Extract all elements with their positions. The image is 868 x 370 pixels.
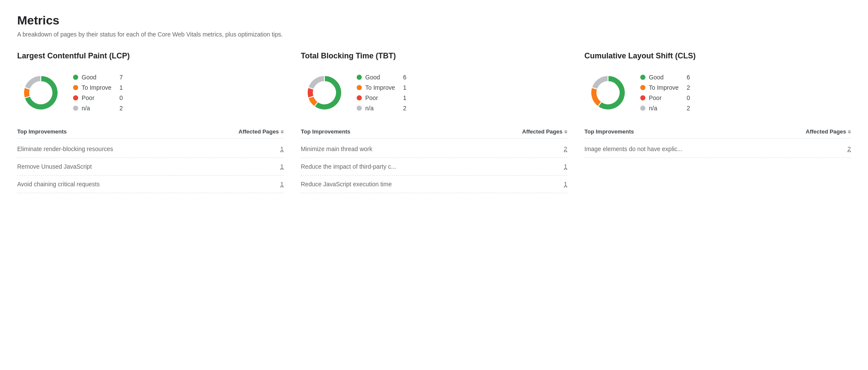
- svg-point-5: [597, 82, 619, 104]
- table-header-left-tbt: Top Improvements: [301, 128, 350, 135]
- table-header-lcp: Top ImprovementsAffected Pages≡: [17, 128, 284, 139]
- row-count-tbt-2: 1: [564, 181, 567, 188]
- legend-item-cls-1: To Improve2: [640, 84, 690, 91]
- improvements-table-cls: Top ImprovementsAffected Pages≡Image ele…: [584, 128, 851, 158]
- metric-section-tbt: Total Blocking Time (TBT) Good6To Improv…: [301, 52, 567, 193]
- legend-label-tbt-3: n/a: [365, 105, 400, 112]
- legend-dot-lcp-1: [73, 85, 78, 90]
- metrics-grid: Largest Contentful Paint (LCP) Good7To I…: [17, 52, 851, 193]
- legend-dot-tbt-2: [357, 95, 362, 100]
- table-header-cls: Top ImprovementsAffected Pages≡: [584, 128, 851, 139]
- legend-item-tbt-0: Good6: [357, 74, 406, 81]
- legend-count-tbt-0: 6: [403, 74, 406, 81]
- legend-dot-cls-0: [640, 75, 645, 80]
- legend-lcp: Good7To Improve1Poor0n/a2: [73, 74, 123, 112]
- metric-title-tbt: Total Blocking Time (TBT): [301, 52, 567, 61]
- legend-label-cls-0: Good: [649, 74, 683, 81]
- metric-title-cls: Cumulative Layout Shift (CLS): [584, 52, 851, 61]
- table-header-right-label-cls: Affected Pages: [806, 128, 846, 135]
- table-row-cls-0[interactable]: Image elements do not have explic...2: [584, 140, 851, 158]
- table-header-right-tbt[interactable]: Affected Pages≡: [522, 128, 567, 135]
- legend-count-cls-0: 6: [687, 74, 690, 81]
- legend-item-tbt-2: Poor1: [357, 94, 406, 101]
- table-row-lcp-0[interactable]: Eliminate render-blocking resources1: [17, 140, 284, 158]
- legend-label-lcp-1: To Improve: [82, 84, 116, 91]
- legend-label-lcp-2: Poor: [82, 94, 116, 101]
- donut-chart-cls: [584, 69, 632, 116]
- legend-dot-lcp-0: [73, 75, 78, 80]
- chart-legend-row-tbt: Good6To Improve1Poor1n/a2: [301, 69, 567, 116]
- legend-count-lcp-3: 2: [119, 105, 123, 112]
- improvements-table-lcp: Top ImprovementsAffected Pages≡Eliminate…: [17, 128, 284, 193]
- legend-label-tbt-1: To Improve: [365, 84, 400, 91]
- row-label-lcp-2: Avoid chaining critical requests: [17, 181, 275, 188]
- row-label-tbt-2: Reduce JavaScript execution time: [301, 181, 559, 188]
- filter-icon-cls[interactable]: ≡: [848, 129, 851, 135]
- row-count-cls-0: 2: [847, 146, 851, 152]
- legend-dot-cls-2: [640, 95, 645, 100]
- table-row-lcp-1[interactable]: Remove Unused JavaScript1: [17, 158, 284, 176]
- legend-item-cls-2: Poor0: [640, 94, 690, 101]
- table-header-left-lcp: Top Improvements: [17, 128, 67, 135]
- row-label-tbt-1: Reduce the impact of third-party c...: [301, 163, 559, 170]
- chart-legend-row-lcp: Good7To Improve1Poor0n/a2: [17, 69, 284, 116]
- legend-item-lcp-3: n/a2: [73, 105, 123, 112]
- legend-cls: Good6To Improve2Poor0n/a2: [640, 74, 690, 112]
- legend-item-cls-0: Good6: [640, 74, 690, 81]
- legend-item-tbt-1: To Improve1: [357, 84, 406, 91]
- row-label-lcp-0: Eliminate render-blocking resources: [17, 146, 275, 152]
- donut-chart-tbt: [301, 69, 348, 116]
- legend-item-tbt-3: n/a2: [357, 105, 406, 112]
- row-count-tbt-1: 1: [564, 163, 567, 170]
- legend-count-tbt-2: 1: [403, 94, 406, 101]
- legend-count-tbt-3: 2: [403, 105, 406, 112]
- table-header-right-cls[interactable]: Affected Pages≡: [806, 128, 851, 135]
- legend-count-tbt-1: 1: [403, 84, 406, 91]
- legend-item-lcp-1: To Improve1: [73, 84, 123, 91]
- legend-label-cls-1: To Improve: [649, 84, 683, 91]
- legend-count-cls-3: 2: [687, 105, 690, 112]
- legend-dot-tbt-1: [357, 85, 362, 90]
- table-row-lcp-2[interactable]: Avoid chaining critical requests1: [17, 176, 284, 193]
- legend-count-lcp-1: 1: [119, 84, 123, 91]
- legend-label-lcp-0: Good: [82, 74, 116, 81]
- row-label-cls-0: Image elements do not have explic...: [584, 146, 842, 152]
- table-header-tbt: Top ImprovementsAffected Pages≡: [301, 128, 567, 139]
- filter-icon-lcp[interactable]: ≡: [281, 129, 284, 135]
- improvements-table-tbt: Top ImprovementsAffected Pages≡Minimize …: [301, 128, 567, 193]
- legend-count-lcp-2: 0: [119, 94, 123, 101]
- page-title: Metrics: [17, 14, 851, 27]
- legend-dot-cls-3: [640, 106, 645, 111]
- legend-item-lcp-0: Good7: [73, 74, 123, 81]
- row-label-lcp-1: Remove Unused JavaScript: [17, 163, 275, 170]
- legend-dot-tbt-3: [357, 106, 362, 111]
- filter-icon-tbt[interactable]: ≡: [564, 129, 567, 135]
- table-row-tbt-2[interactable]: Reduce JavaScript execution time1: [301, 176, 567, 193]
- legend-count-cls-2: 0: [687, 94, 690, 101]
- legend-dot-cls-1: [640, 85, 645, 90]
- legend-label-lcp-3: n/a: [82, 105, 116, 112]
- legend-count-cls-1: 2: [687, 84, 690, 91]
- legend-label-cls-2: Poor: [649, 94, 683, 101]
- row-count-lcp-1: 1: [280, 163, 284, 170]
- page-subtitle: A breakdown of pages by their status for…: [17, 31, 851, 38]
- table-header-right-lcp[interactable]: Affected Pages≡: [238, 128, 284, 135]
- legend-item-cls-3: n/a2: [640, 105, 690, 112]
- legend-count-lcp-0: 7: [119, 74, 123, 81]
- table-row-tbt-1[interactable]: Reduce the impact of third-party c...1: [301, 158, 567, 176]
- legend-dot-lcp-3: [73, 106, 78, 111]
- donut-chart-lcp: [17, 69, 64, 116]
- row-label-tbt-0: Minimize main thread work: [301, 146, 559, 152]
- chart-legend-row-cls: Good6To Improve2Poor0n/a2: [584, 69, 851, 116]
- table-row-tbt-0[interactable]: Minimize main thread work2: [301, 140, 567, 158]
- svg-point-1: [30, 82, 52, 104]
- svg-point-3: [313, 82, 336, 104]
- row-count-lcp-2: 1: [280, 181, 284, 188]
- metric-section-lcp: Largest Contentful Paint (LCP) Good7To I…: [17, 52, 284, 193]
- legend-dot-lcp-2: [73, 95, 78, 100]
- legend-dot-tbt-0: [357, 75, 362, 80]
- table-header-right-label-lcp: Affected Pages: [238, 128, 279, 135]
- table-header-right-label-tbt: Affected Pages: [522, 128, 562, 135]
- legend-tbt: Good6To Improve1Poor1n/a2: [357, 74, 406, 112]
- table-header-left-cls: Top Improvements: [584, 128, 634, 135]
